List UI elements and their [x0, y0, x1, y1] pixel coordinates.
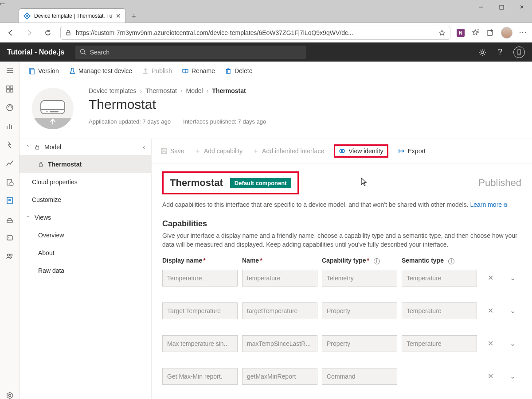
rail-chart-icon[interactable]	[5, 159, 14, 168]
tree-node-about[interactable]: About	[20, 244, 151, 262]
version-button[interactable]: Version	[28, 67, 59, 74]
expand-row-icon[interactable]: ⌄	[504, 339, 521, 348]
rail-rules-icon[interactable]	[5, 140, 14, 149]
account-icon[interactable]	[513, 46, 525, 58]
tree-node-cloud-properties[interactable]: Cloud properties	[20, 173, 151, 191]
learn-more-label: Learn more	[470, 201, 502, 208]
rail-admin-storage-icon[interactable]	[5, 233, 14, 242]
tree-node-model[interactable]: ⌃ Model ‹	[20, 139, 151, 155]
refresh-button[interactable]	[42, 27, 54, 39]
name-field[interactable]: temperature	[242, 270, 317, 287]
info-icon[interactable]: i	[448, 258, 454, 264]
capability-row: Target Temperature targetTemperature Pro…	[162, 302, 521, 319]
display-name-field[interactable]: Target Temperature	[162, 302, 238, 319]
remove-row-icon[interactable]: ✕	[481, 274, 499, 282]
profile-avatar[interactable]	[501, 27, 512, 39]
semantic-type-field[interactable]: Temperature	[402, 335, 477, 352]
capabilities-grid: Display name* Name* Capability type* i S…	[162, 257, 521, 385]
tree-thermostat-label: Thermostat	[48, 161, 82, 168]
manage-test-device-button[interactable]: Manage test device	[69, 67, 132, 74]
tree-rawdata-label: Raw data	[38, 267, 64, 274]
svg-rect-58	[39, 164, 43, 167]
breadcrumbs: Device templates› Thermostat› Model› The…	[89, 87, 523, 94]
crumb-templates[interactable]: Device templates	[89, 87, 136, 94]
maximize-button[interactable]	[491, 0, 512, 14]
view-identity-label: View identity	[348, 147, 383, 155]
view-identity-button[interactable]: View identity	[334, 144, 388, 158]
display-name-field[interactable]: Max temperature sin...	[162, 335, 238, 352]
component-title: Thermostat	[170, 177, 223, 189]
header-right: ?	[478, 46, 525, 58]
display-name-field[interactable]: Temperature	[162, 270, 238, 287]
url-field[interactable]: https://custom-7rn3ymv9nm.azureiotcentra…	[60, 26, 450, 40]
name-field[interactable]: maxTempSinceLastR...	[242, 335, 317, 352]
tree-node-overview[interactable]: Overview	[20, 226, 151, 244]
search-box[interactable]: Search	[75, 46, 306, 59]
name-field[interactable]: getMaxMinReport	[242, 368, 317, 385]
expand-row-icon[interactable]: ⌄	[504, 306, 521, 315]
tab-title: Device template | Thermostat, Tu	[34, 13, 112, 19]
capability-type-field[interactable]: Property	[322, 302, 397, 319]
app-title: Tutorial - Node.js	[7, 48, 64, 56]
tree-node-views[interactable]: ⌃ Views	[20, 209, 151, 226]
semantic-type-field[interactable]: Temperature	[402, 302, 477, 319]
rail-users-icon[interactable]	[5, 252, 14, 261]
crumb-thermostat[interactable]: Thermostat	[145, 87, 177, 94]
name-field[interactable]: targetTemperature	[242, 302, 317, 319]
info-icon[interactable]: i	[374, 258, 380, 264]
lock-icon	[35, 144, 40, 150]
back-button[interactable]	[4, 27, 17, 39]
help-icon[interactable]: ?	[496, 48, 505, 57]
favorites-icon[interactable]	[471, 28, 480, 37]
export-button[interactable]: Export	[398, 147, 426, 155]
favorite-icon[interactable]	[438, 29, 446, 36]
rail-templates-icon[interactable]	[5, 196, 14, 205]
save-label: Save	[170, 147, 184, 155]
nav-rail	[0, 62, 20, 399]
tree-node-customize[interactable]: Customize	[20, 191, 151, 209]
expand-row-icon[interactable]: ⌄	[504, 274, 521, 282]
learn-more-link[interactable]: Learn more ⧉	[470, 201, 508, 208]
rail-jobs-icon[interactable]	[5, 178, 14, 186]
app-body: Version Manage test device Publish Renam…	[0, 62, 532, 399]
tree-node-raw-data[interactable]: Raw data	[20, 262, 151, 279]
rail-devices-icon[interactable]	[5, 103, 14, 112]
tab-close-icon[interactable]: ✕	[116, 12, 121, 19]
onenote-icon[interactable]: N	[457, 29, 465, 37]
remove-row-icon[interactable]: ✕	[481, 339, 499, 348]
browser-tab[interactable]: Device template | Thermostat, Tu ✕	[19, 8, 126, 23]
rail-analytics-icon[interactable]	[5, 122, 14, 131]
crumb-model[interactable]: Model	[186, 87, 203, 94]
new-tab-button[interactable]: +	[128, 10, 140, 23]
publish-label: Publish	[152, 67, 172, 74]
rail-settings-bottom-icon[interactable]	[5, 391, 14, 399]
forward-button[interactable]	[23, 27, 35, 39]
semantic-type-field[interactable]: Temperature	[402, 270, 477, 287]
browser-more-icon[interactable]: ···	[519, 28, 528, 37]
rename-button[interactable]: Rename	[182, 67, 215, 74]
svg-rect-59	[161, 148, 167, 154]
rail-dashboard-icon[interactable]	[5, 85, 14, 93]
collections-icon[interactable]	[486, 28, 495, 37]
minimize-button[interactable]	[471, 0, 491, 14]
search-placeholder: Search	[90, 49, 110, 56]
plus-icon: ＋	[194, 147, 201, 156]
capability-type-field[interactable]: Command	[322, 368, 397, 385]
svg-rect-57	[36, 147, 39, 149]
collapse-panel-icon[interactable]: ‹	[143, 143, 145, 151]
rail-data-export-icon[interactable]	[5, 215, 14, 224]
expand-row-icon[interactable]: ⌄	[504, 372, 521, 380]
display-name-field[interactable]: Get Max-Min report.	[162, 368, 238, 385]
capability-type-field[interactable]: Property	[322, 335, 397, 352]
device-badge-icon	[28, 87, 77, 130]
tree-node-thermostat[interactable]: Thermostat	[20, 155, 151, 173]
remove-row-icon[interactable]: ✕	[481, 372, 499, 380]
settings-gear-icon[interactable]	[478, 48, 487, 57]
capability-type-field[interactable]: Telemetry	[322, 270, 397, 287]
rail-menu-icon[interactable]	[5, 66, 14, 75]
delete-button[interactable]: Delete	[225, 67, 252, 74]
tree-cloud-label: Cloud properties	[32, 178, 78, 186]
col-display-name: Display name*	[162, 257, 238, 264]
close-window-button[interactable]: ✕	[512, 0, 532, 14]
remove-row-icon[interactable]: ✕	[481, 306, 499, 315]
